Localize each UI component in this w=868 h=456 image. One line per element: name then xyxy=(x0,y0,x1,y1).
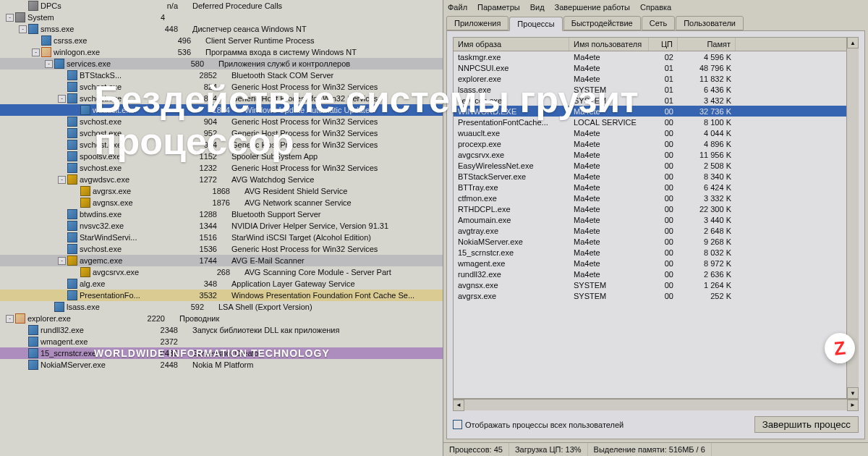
overlay-dim xyxy=(0,0,868,456)
article-source: WORLDWIDE INFORMATION TECHNOLOGY xyxy=(94,347,330,359)
zen-badge[interactable]: Z xyxy=(825,333,855,363)
zen-icon: Z xyxy=(833,337,846,360)
article-title: Бездействие системы грузит процессор xyxy=(94,78,639,162)
